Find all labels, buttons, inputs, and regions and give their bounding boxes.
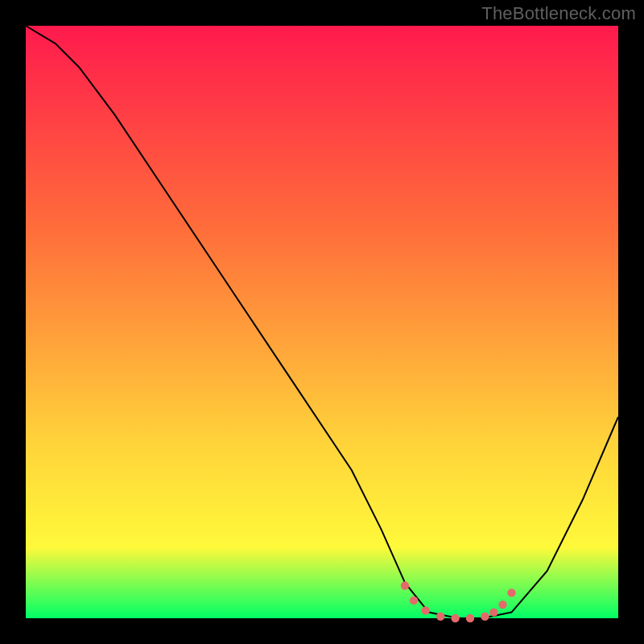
trough-dot <box>481 613 489 621</box>
bottleneck-chart <box>0 0 644 644</box>
trough-dot <box>466 614 474 622</box>
trough-dot <box>422 606 430 614</box>
trough-dot <box>401 581 409 589</box>
trough-dot <box>498 601 506 609</box>
trough-dot <box>451 614 459 622</box>
trough-dot <box>410 597 418 605</box>
watermark-text: TheBottleneck.com <box>481 3 636 24</box>
trough-dot <box>507 588 515 597</box>
trough-dot <box>489 608 497 616</box>
trough-dot <box>436 613 444 621</box>
